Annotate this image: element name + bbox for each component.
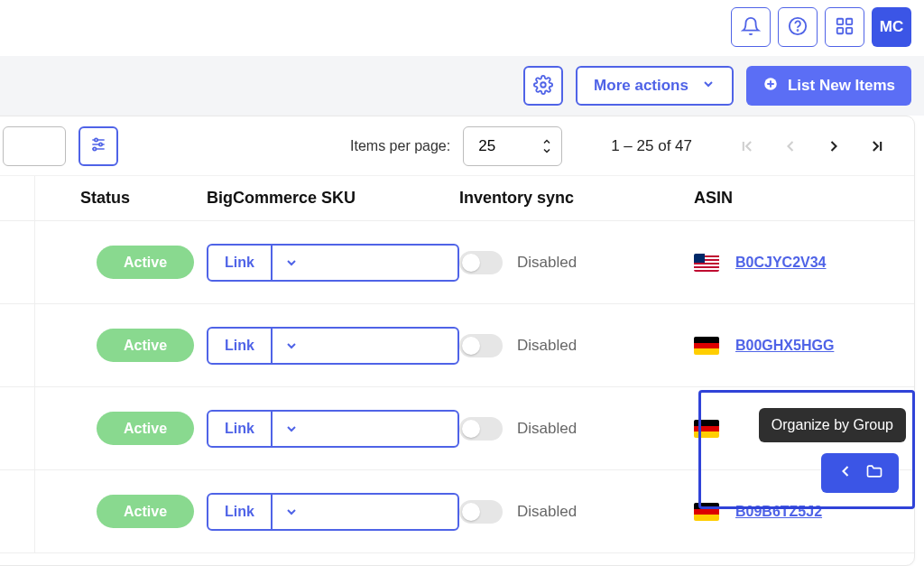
link-sku-label: Link: [208, 495, 273, 529]
help-button[interactable]: [778, 7, 818, 47]
status-badge: Active: [97, 246, 194, 279]
sliders-icon: [89, 135, 107, 156]
plus-circle-icon: [762, 76, 779, 97]
table-row: Active Link Disabled B09B6TZ5J2: [0, 470, 914, 553]
svg-rect-4: [837, 27, 843, 32]
user-avatar[interactable]: MC: [872, 7, 911, 47]
search-input[interactable]: [3, 126, 66, 166]
svg-rect-3: [846, 18, 852, 23]
row-selector[interactable]: [0, 470, 35, 552]
link-sku-button[interactable]: Link: [207, 410, 459, 448]
gear-icon: [533, 75, 553, 97]
pager-row: Items per page: 25 1 – 25 of 47: [0, 116, 914, 176]
help-icon: [788, 16, 808, 39]
status-badge: Active: [97, 495, 194, 528]
top-header: MC: [731, 7, 911, 47]
svg-point-11: [95, 138, 97, 141]
action-bar: More actions List New Items: [0, 56, 924, 116]
link-sku-button[interactable]: Link: [207, 493, 459, 531]
row-selector[interactable]: [0, 387, 35, 469]
items-per-page-label: Items per page:: [350, 138, 450, 154]
row-selector-column: [0, 176, 35, 220]
link-sku-dropdown[interactable]: [273, 495, 310, 529]
items-per-page-value: 25: [478, 137, 495, 155]
prev-page-button[interactable]: [775, 131, 806, 162]
first-page-button[interactable]: [732, 131, 762, 162]
country-flag-icon: [694, 337, 719, 355]
organize-by-group-button[interactable]: [821, 453, 899, 493]
asin-link[interactable]: B09B6TZ5J2: [735, 504, 822, 520]
inventory-sync-label: Disabled: [517, 254, 577, 272]
column-header-status[interactable]: Status: [35, 189, 207, 208]
inventory-sync-label: Disabled: [517, 503, 577, 521]
svg-point-1: [798, 30, 799, 31]
settings-button[interactable]: [523, 66, 563, 106]
column-header-inventory[interactable]: Inventory sync: [459, 189, 694, 208]
svg-point-12: [99, 143, 102, 145]
page-range-text: 1 – 25 of 47: [611, 137, 692, 155]
asin-link[interactable]: B00GHX5HGG: [735, 338, 834, 354]
inventory-sync-toggle[interactable]: [459, 500, 503, 524]
link-sku-label: Link: [208, 412, 273, 446]
status-badge: Active: [97, 329, 194, 362]
next-page-button[interactable]: [818, 131, 849, 162]
row-selector[interactable]: [0, 304, 35, 386]
apps-button[interactable]: [825, 7, 864, 47]
svg-point-6: [541, 82, 546, 88]
link-sku-button[interactable]: Link: [207, 244, 459, 282]
link-sku-dropdown[interactable]: [273, 412, 310, 446]
stepper-icon: [541, 137, 552, 155]
inventory-sync-toggle[interactable]: [459, 417, 503, 441]
apps-icon: [835, 16, 855, 39]
list-new-items-button[interactable]: List New Items: [746, 66, 911, 106]
svg-rect-2: [837, 18, 843, 23]
svg-rect-5: [846, 27, 852, 32]
table-row: Active Link Disabled B00GHX5HGG: [0, 304, 914, 387]
table-body: Active Link Disabled B0CJYC2V34 A: [0, 221, 914, 553]
svg-point-13: [93, 147, 96, 150]
country-flag-icon: [694, 420, 719, 438]
column-header-sku[interactable]: BigCommerce SKU: [207, 189, 459, 208]
status-badge: Active: [97, 412, 194, 445]
filter-button[interactable]: [79, 126, 118, 166]
more-actions-label: More actions: [594, 77, 688, 95]
inventory-sync-toggle[interactable]: [459, 334, 503, 357]
link-sku-label: Link: [208, 329, 273, 363]
country-flag-icon: [694, 503, 719, 521]
inventory-sync-toggle[interactable]: [459, 251, 503, 274]
country-flag-icon: [694, 254, 719, 272]
link-sku-label: Link: [208, 246, 273, 280]
link-sku-dropdown[interactable]: [273, 329, 310, 363]
table-row: Active Link Disabled B0CJYC2V34: [0, 221, 914, 304]
inventory-sync-label: Disabled: [517, 420, 577, 438]
last-page-button[interactable]: [862, 131, 892, 162]
chevron-left-icon: [836, 462, 855, 484]
table-container: Items per page: 25 1 – 25 of 47 Status B…: [0, 116, 915, 566]
bell-icon: [741, 16, 761, 39]
notifications-button[interactable]: [731, 7, 771, 47]
link-sku-dropdown[interactable]: [273, 246, 310, 280]
row-selector[interactable]: [0, 221, 35, 303]
column-header-asin[interactable]: ASIN: [694, 189, 914, 208]
asin-link[interactable]: B0CJYC2V34: [735, 255, 827, 271]
table-header: Status BigCommerce SKU Inventory sync AS…: [0, 176, 914, 221]
chevron-down-icon: [701, 77, 716, 96]
inventory-sync-label: Disabled: [517, 337, 577, 355]
items-per-page-select[interactable]: 25: [463, 126, 562, 166]
list-new-items-label: List New Items: [788, 77, 895, 95]
folder-icon: [865, 462, 883, 484]
link-sku-button[interactable]: Link: [207, 327, 459, 365]
organize-by-group-tooltip: Organize by Group: [759, 408, 906, 442]
more-actions-button[interactable]: More actions: [576, 66, 734, 106]
